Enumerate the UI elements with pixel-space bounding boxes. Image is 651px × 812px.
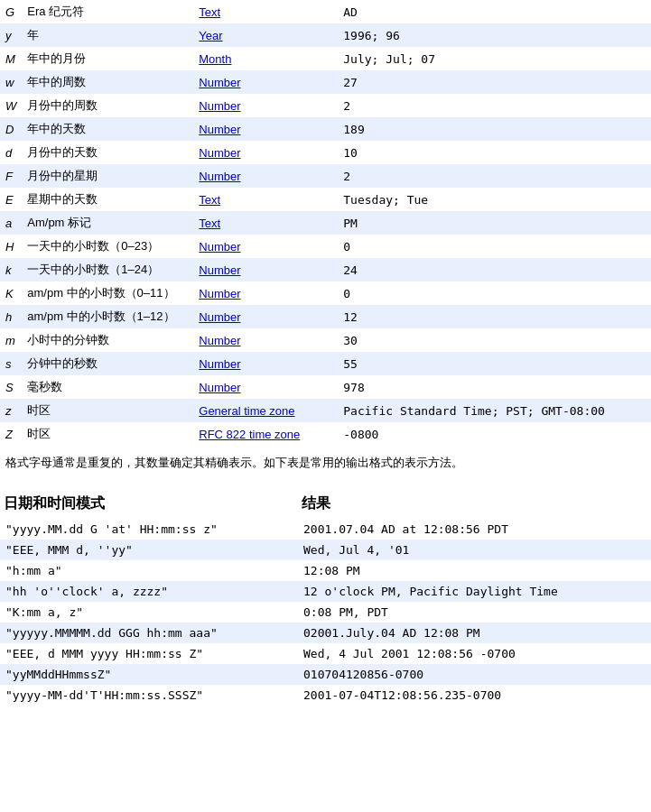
bottom-row: "h:mm a"12:08 PM <box>0 560 651 581</box>
row-desc: 月份中的周数 <box>22 94 193 117</box>
bottom-row: "hh 'o''clock' a, zzzz"12 o'clock PM, Pa… <box>0 581 651 602</box>
row-example: 0 <box>338 235 651 258</box>
row-letter: a <box>0 211 22 235</box>
type-link[interactable]: Number <box>199 381 240 394</box>
row-type[interactable]: RFC 822 time zone <box>193 422 338 446</box>
row-type[interactable]: Number <box>193 94 338 117</box>
table-row: E星期中的天数TextTuesday; Tue <box>0 188 651 211</box>
type-link[interactable]: Number <box>199 99 240 113</box>
row-desc: am/pm 中的小时数（1–12） <box>22 305 193 328</box>
row-letter: h <box>0 305 22 328</box>
table-row: d月份中的天数Number10 <box>0 141 651 164</box>
row-type[interactable]: Number <box>193 375 338 399</box>
type-link[interactable]: Text <box>199 217 220 230</box>
type-link[interactable]: Number <box>199 146 240 160</box>
table-row: y年Year1996; 96 <box>0 23 651 47</box>
type-link[interactable]: RFC 822 time zone <box>199 428 300 441</box>
result-cell: 0:08 PM, PDT <box>298 602 651 623</box>
row-example: 0 <box>338 281 651 305</box>
row-example: 189 <box>338 117 651 141</box>
pattern-cell: "h:mm a" <box>0 560 298 581</box>
row-type[interactable]: Number <box>193 281 338 305</box>
table-row: H一天中的小时数（0–23）Number0 <box>0 235 651 258</box>
row-example: Pacific Standard Time; PST; GMT-08:00 <box>338 399 651 422</box>
row-example: 24 <box>338 258 651 281</box>
row-example: 55 <box>338 352 651 375</box>
result-cell: 12:08 PM <box>298 560 651 581</box>
pattern-cell: "EEE, d MMM yyyy HH:mm:ss Z" <box>0 643 298 664</box>
row-desc: 毫秒数 <box>22 375 193 399</box>
type-link[interactable]: Number <box>199 357 240 371</box>
row-type[interactable]: Text <box>193 0 338 23</box>
bottom-row: "yyyy.MM.dd G 'at' HH:mm:ss z"2001.07.04… <box>0 519 651 540</box>
row-desc: 分钟中的秒数 <box>22 352 193 375</box>
type-link[interactable]: Number <box>199 334 240 347</box>
row-letter: E <box>0 188 22 211</box>
pattern-cell: "yyyy-MM-dd'T'HH:mm:ss.SSSZ" <box>0 685 298 706</box>
row-example: 12 <box>338 305 651 328</box>
type-link[interactable]: Number <box>199 240 240 254</box>
row-example: 10 <box>338 141 651 164</box>
row-letter: z <box>0 399 22 422</box>
row-type[interactable]: Number <box>193 117 338 141</box>
row-desc: 年 <box>22 23 193 47</box>
type-link[interactable]: General time zone <box>199 404 294 418</box>
row-type[interactable]: Number <box>193 235 338 258</box>
table-row: w年中的周数Number27 <box>0 70 651 94</box>
table-row: s分钟中的秒数Number55 <box>0 352 651 375</box>
row-type[interactable]: Number <box>193 352 338 375</box>
row-example: -0800 <box>338 422 651 446</box>
type-link[interactable]: Number <box>199 123 240 136</box>
format-table: GEra 纪元符TextADy年Year1996; 96M年中的月份MonthJ… <box>0 0 651 446</box>
row-type[interactable]: General time zone <box>193 399 338 422</box>
pattern-cell: "hh 'o''clock' a, zzzz" <box>0 581 298 602</box>
row-desc: am/pm 中的小时数（0–11） <box>22 281 193 305</box>
type-link[interactable]: Number <box>199 287 240 300</box>
table-row: z时区General time zonePacific Standard Tim… <box>0 399 651 422</box>
row-desc: Era 纪元符 <box>22 0 193 23</box>
pattern-cell: "yyyyy.MMMMM.dd GGG hh:mm aaa" <box>0 623 298 643</box>
type-link[interactable]: Year <box>199 29 222 42</box>
note-text: 格式字母通常是重复的，其数量确定其精确表示。如下表是常用的输出格式的表示方法。 <box>5 456 463 469</box>
row-type[interactable]: Number <box>193 328 338 352</box>
row-desc: 一天中的小时数（1–24） <box>22 258 193 281</box>
row-type[interactable]: Text <box>193 211 338 235</box>
row-letter: Z <box>0 422 22 446</box>
bottom-row: "yyyyy.MMMMM.dd GGG hh:mm aaa"02001.July… <box>0 623 651 643</box>
row-letter: S <box>0 375 22 399</box>
table-row: GEra 纪元符TextAD <box>0 0 651 23</box>
row-type[interactable]: Number <box>193 141 338 164</box>
row-letter: d <box>0 141 22 164</box>
table-row: S毫秒数Number978 <box>0 375 651 399</box>
type-link[interactable]: Number <box>199 76 240 89</box>
result-cell: 2001-07-04T12:08:56.235-0700 <box>298 685 651 706</box>
table-row: Z时区RFC 822 time zone-0800 <box>0 422 651 446</box>
row-type[interactable]: Text <box>193 188 338 211</box>
row-type[interactable]: Number <box>193 305 338 328</box>
row-type[interactable]: Number <box>193 164 338 188</box>
row-example: PM <box>338 211 651 235</box>
row-letter: m <box>0 328 22 352</box>
type-link[interactable]: Number <box>199 170 240 183</box>
result-cell: 02001.July.04 AD 12:08 PM <box>298 623 651 643</box>
table-row: aAm/pm 标记TextPM <box>0 211 651 235</box>
type-link[interactable]: Text <box>199 5 220 19</box>
row-type[interactable]: Year <box>193 23 338 47</box>
bottom-section: 日期和时间模式 结果 "yyyy.MM.dd G 'at' HH:mm:ss z… <box>0 489 651 706</box>
type-link[interactable]: Text <box>199 193 220 207</box>
bottom-row: "yyMMddHHmmssZ"010704120856-0700 <box>0 664 651 685</box>
note-section: 格式字母通常是重复的，其数量确定其精确表示。如下表是常用的输出格式的表示方法。 <box>0 446 651 480</box>
type-link[interactable]: Month <box>199 52 231 66</box>
row-type[interactable]: Number <box>193 70 338 94</box>
row-letter: k <box>0 258 22 281</box>
row-example: 978 <box>338 375 651 399</box>
table-row: D年中的天数Number189 <box>0 117 651 141</box>
type-link[interactable]: Number <box>199 310 240 324</box>
row-type[interactable]: Number <box>193 258 338 281</box>
table-row: W月份中的周数Number2 <box>0 94 651 117</box>
row-type[interactable]: Month <box>193 47 338 70</box>
row-example: Tuesday; Tue <box>338 188 651 211</box>
row-desc: 年中的月份 <box>22 47 193 70</box>
table-row: M年中的月份MonthJuly; Jul; 07 <box>0 47 651 70</box>
type-link[interactable]: Number <box>199 263 240 277</box>
